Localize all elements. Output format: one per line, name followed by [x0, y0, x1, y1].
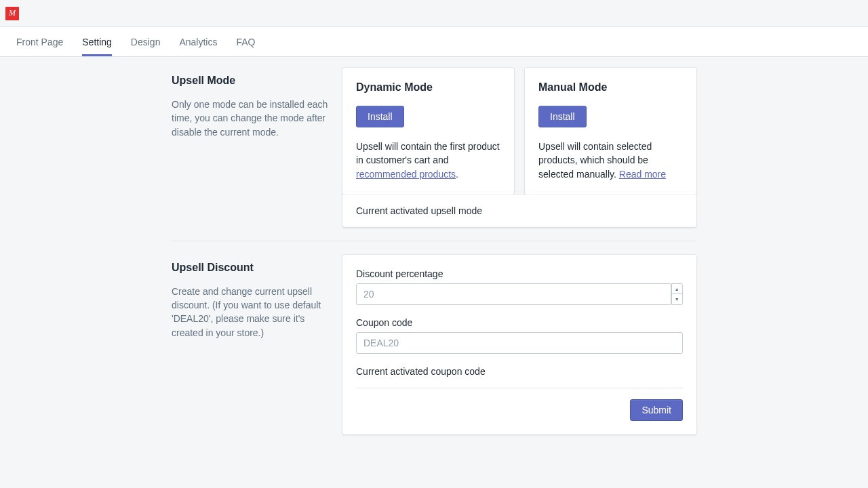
tab-front-page[interactable]: Front Page: [7, 27, 73, 56]
upsell-mode-aside: Upsell Mode Only one mode can be install…: [172, 68, 342, 227]
discount-title: Upsell Discount: [172, 262, 329, 274]
dynamic-desc-post: .: [456, 169, 458, 180]
upsell-mode-description: Only one mode can be installed each time…: [172, 98, 329, 139]
discount-form-card: Discount percentage ▲ ▼ Coupon code Curr…: [342, 255, 696, 434]
coupon-label: Coupon code: [356, 317, 683, 328]
manual-mode-description: Upsell will contain selected products, w…: [538, 140, 683, 181]
stepper-up-icon[interactable]: ▲: [672, 284, 682, 295]
dynamic-mode-description: Upsell will contain the first product in…: [356, 140, 500, 181]
tab-setting[interactable]: Setting: [73, 27, 121, 56]
stepper-down-icon[interactable]: ▼: [672, 294, 682, 304]
current-mode-status: Current activated upsell mode: [342, 195, 696, 227]
discount-aside: Upsell Discount Create and change curren…: [172, 255, 342, 434]
topbar: M: [0, 0, 868, 27]
upsell-mode-title: Upsell Mode: [172, 75, 329, 87]
tab-faq[interactable]: FAQ: [226, 27, 264, 56]
percentage-stepper: ▲ ▼: [671, 283, 683, 305]
percentage-input[interactable]: [356, 283, 671, 305]
manual-mode-title: Manual Mode: [538, 81, 683, 94]
page-content: Upsell Mode Only one mode can be install…: [172, 57, 696, 448]
coupon-input[interactable]: [356, 332, 683, 354]
brand-logo: M: [5, 7, 19, 20]
percentage-label: Discount percentage: [356, 268, 683, 279]
recommended-products-link[interactable]: recommended products: [356, 169, 456, 180]
tab-design[interactable]: Design: [121, 27, 170, 56]
manual-mode-card: Manual Mode Install Upsell will contain …: [525, 68, 696, 195]
tab-analytics[interactable]: Analytics: [170, 27, 226, 56]
dynamic-mode-card: Dynamic Mode Install Upsell will contain…: [342, 68, 514, 195]
read-more-link[interactable]: Read more: [619, 169, 666, 180]
section-upsell-discount: Upsell Discount Create and change curren…: [172, 255, 696, 448]
section-upsell-mode: Upsell Mode Only one mode can be install…: [172, 68, 696, 241]
submit-button[interactable]: Submit: [630, 399, 683, 421]
discount-description: Create and change current upsell discoun…: [172, 285, 329, 340]
nav-tabs: Front Page Setting Design Analytics FAQ: [0, 27, 868, 57]
dynamic-mode-title: Dynamic Mode: [356, 81, 500, 94]
dynamic-install-button[interactable]: Install: [356, 106, 404, 127]
dynamic-desc-pre: Upsell will contain the first product in…: [356, 141, 500, 165]
current-coupon-status: Current activated coupon code: [356, 366, 683, 388]
manual-install-button[interactable]: Install: [538, 106, 587, 127]
